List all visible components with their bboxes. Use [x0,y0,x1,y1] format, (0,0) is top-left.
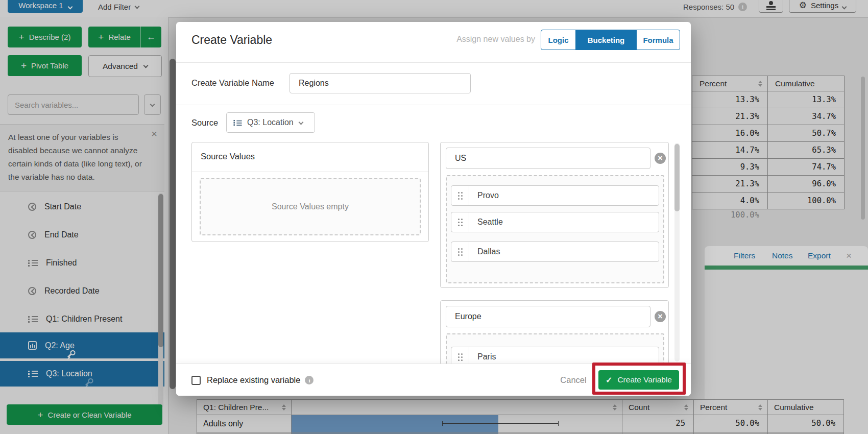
divider [176,62,691,63]
bucket-name-field [446,306,650,327]
bucket-name-input[interactable] [446,306,667,327]
info-icon[interactable]: i [305,376,314,384]
drag-handle-icon[interactable] [451,212,469,232]
source-dropdown[interactable]: Q3: Location [226,112,315,133]
variable-name-input[interactable] [290,74,488,93]
source-values-panel: Source Values Source Values empty [191,142,429,242]
assign-mode-tabs: Logic Bucketing Formula [541,30,680,50]
remove-bucket-button[interactable]: × [655,311,666,322]
bucket-item-provo[interactable]: Provo [451,185,659,206]
tab-logic[interactable]: Logic [541,30,575,50]
list-icon [233,119,242,125]
variable-name-label: Create Variable Name [191,78,274,88]
drag-handle-icon[interactable] [451,242,469,261]
tab-bucketing[interactable]: Bucketing [575,30,637,50]
source-values-title: Source Values [201,152,255,161]
bucket-name-field [446,148,650,169]
bucket-item-seattle[interactable]: Seattle [451,212,659,232]
assign-new-values-label: Assign new values by [437,30,535,49]
bucket-item-label: Provo [469,191,499,200]
bucket-item-label: Dallas [469,247,500,256]
create-variable-modal: Create Variable Assign new values by Log… [176,22,691,396]
cancel-button[interactable]: Cancel [558,375,589,385]
source-value: Q3: Location [247,118,294,127]
remove-bucket-button[interactable]: × [655,153,666,164]
bucket-item-label: Seattle [469,218,503,227]
replace-existing-label: Replace existing variable [207,375,300,385]
empty-message: Source Values empty [272,202,349,211]
bucket-item-dallas[interactable]: Dallas [451,242,659,262]
divider [176,105,691,105]
replace-existing-checkbox[interactable] [191,376,201,385]
tab-formula[interactable]: Formula [637,30,680,50]
divider [192,172,428,172]
bucket-dropzone[interactable]: Provo Seattle Dallas [446,175,664,283]
bucket-us: × Provo Seattle Dallas [440,142,669,288]
source-values-dropzone[interactable]: Source Values empty [200,178,421,235]
drag-handle-icon[interactable] [451,186,469,205]
chevron-down-icon [298,119,303,125]
annotation-highlight-rectangle [592,363,686,395]
variable-name-field [290,73,471,93]
bucket-name-input[interactable] [446,148,667,168]
bucket-item-label: Paris [469,352,496,361]
modal-title: Create Variable [191,33,272,47]
modal-scrollbar-thumb[interactable] [674,144,680,211]
source-label: Source [191,118,218,128]
